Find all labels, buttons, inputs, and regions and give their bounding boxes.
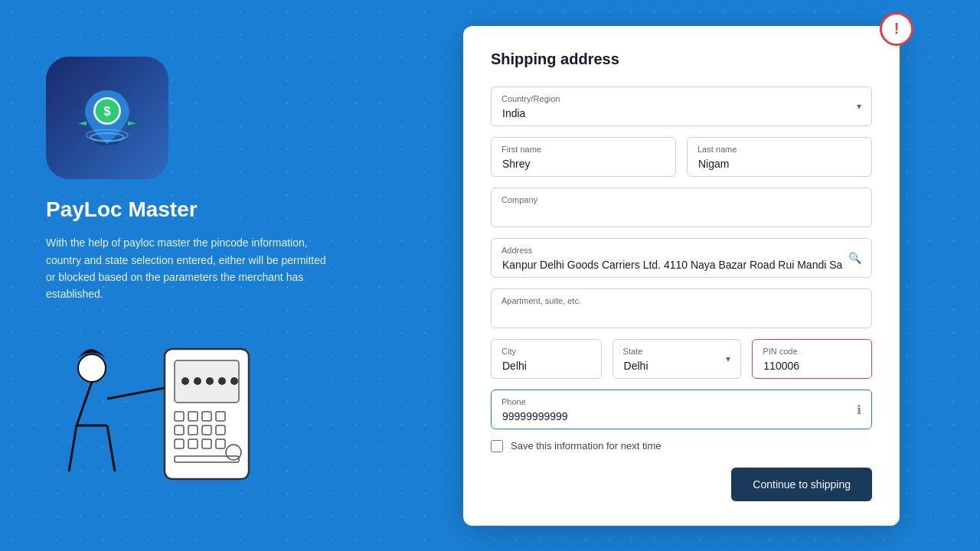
continue-button[interactable]: Continue to shipping: [731, 468, 872, 501]
phone-input[interactable]: [491, 390, 872, 429]
svg-point-22: [194, 377, 201, 385]
alert-icon: !: [880, 12, 913, 46]
firstname-input[interactable]: [491, 137, 676, 177]
state-field[interactable]: State Delhi ▾: [612, 339, 742, 379]
city-state-pin-row: City State Delhi ▾ PIN code: [491, 339, 872, 379]
app-title: PayLoc Master: [46, 197, 337, 222]
save-row[interactable]: Save this information for next time: [491, 440, 872, 452]
svg-point-23: [206, 377, 214, 385]
card-title: Shipping address: [491, 51, 872, 68]
svg-point-6: [78, 354, 106, 382]
right-panel: ! Shipping address Country/Region India …: [383, 11, 980, 541]
company-field[interactable]: Company: [491, 187, 872, 227]
svg-text:$: $: [103, 105, 110, 119]
app-description: With the help of payloc master the pinco…: [46, 234, 337, 303]
svg-point-21: [181, 377, 189, 385]
address-field[interactable]: Address 🔍: [491, 238, 872, 278]
atm-illustration: [46, 326, 245, 494]
svg-point-24: [218, 377, 226, 385]
country-field[interactable]: Country/Region India ▾: [491, 86, 872, 126]
shipping-card: ! Shipping address Country/Region India …: [463, 26, 900, 526]
pincode-field[interactable]: PIN code: [752, 339, 872, 379]
firstname-field[interactable]: First name: [491, 137, 676, 177]
button-row: Continue to shipping: [491, 468, 872, 501]
svg-point-25: [230, 377, 238, 385]
help-icon[interactable]: ℹ: [857, 402, 861, 416]
save-checkbox[interactable]: [491, 440, 503, 452]
state-select[interactable]: Delhi: [612, 339, 742, 379]
company-input[interactable]: [491, 187, 872, 227]
address-input[interactable]: [491, 238, 872, 278]
lastname-field[interactable]: Last name: [687, 137, 872, 177]
pincode-input[interactable]: [752, 339, 872, 379]
city-field[interactable]: City: [491, 339, 602, 379]
apartment-field[interactable]: Apartment, suite, etc.: [491, 289, 872, 328]
app-icon: $: [46, 57, 168, 179]
country-select[interactable]: India: [491, 86, 872, 126]
apartment-input[interactable]: [491, 289, 872, 328]
phone-field[interactable]: Phone ℹ: [491, 390, 872, 429]
lastname-input[interactable]: [687, 137, 872, 177]
left-panel: $ PayLoc Master With the help of payloc …: [0, 26, 383, 525]
name-row: First name Last name: [491, 137, 872, 177]
save-label[interactable]: Save this information for next time: [511, 440, 662, 452]
city-input[interactable]: [491, 339, 602, 379]
